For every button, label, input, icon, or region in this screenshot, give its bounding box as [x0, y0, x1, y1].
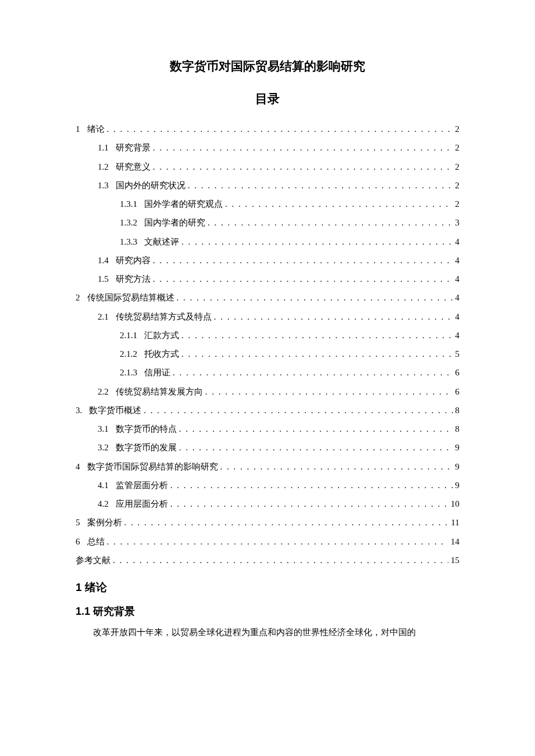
toc-entry-num: 2.1.1 [120, 331, 137, 340]
toc-entry[interactable]: 1.5研究方法4 [76, 270, 459, 288]
toc-entry[interactable]: 1.3国内外的研究状况2 [76, 176, 459, 195]
toc-entry-page: 11 [451, 513, 459, 532]
toc-entry[interactable]: 2.1.3信用证6 [76, 363, 459, 382]
toc-entry[interactable]: 3.1数字货币的特点8 [76, 420, 459, 438]
toc-entry-num: 2 [76, 293, 80, 302]
toc-entry-label: 1.1研究背景 [98, 138, 151, 157]
toc-entry[interactable]: 2传统国际贸易结算概述4 [76, 288, 459, 307]
toc-entry[interactable]: 2.2传统贸易结算发展方向6 [76, 382, 459, 401]
toc-entry-page: 9 [455, 438, 460, 457]
toc-entry-label: 1.3国内外的研究状况 [98, 176, 186, 195]
toc-leader-dots [153, 251, 453, 270]
toc-leader-dots [153, 270, 453, 288]
toc-entry[interactable]: 1.1研究背景2 [76, 138, 459, 157]
toc-entry-page: 4 [455, 270, 460, 288]
toc-entry-num: 5 [76, 518, 80, 527]
toc-entry-text: 研究内容 [116, 256, 151, 265]
toc-entry-label: 3.数字货币概述 [76, 401, 141, 420]
toc-entry-label: 3.1数字货币的特点 [98, 420, 177, 438]
toc-leader-dots [181, 345, 453, 363]
toc-entry-label: 1.3.3文献述评 [120, 232, 179, 251]
toc-entry-text: 绪论 [87, 124, 105, 134]
toc-entry[interactable]: 6总结14 [76, 532, 459, 551]
toc-leader-dots [153, 157, 453, 176]
toc-entry-num: 1 [76, 124, 80, 134]
toc-entry-num: 2.1 [98, 312, 109, 321]
toc-entry-label: 5案例分析 [76, 513, 122, 532]
toc-entry-label: 2.1.2托收方式 [120, 345, 179, 363]
toc-entry[interactable]: 2.1.1汇款方式4 [76, 326, 459, 345]
toc-entry-num: 4.1 [98, 481, 109, 490]
toc-entry-label: 6总结 [76, 532, 105, 551]
toc-entry-num: 1.5 [98, 274, 109, 284]
toc-entry-page: 5 [455, 345, 460, 363]
toc-entry-num: 3. [76, 406, 82, 415]
toc-heading: 目录 [76, 91, 459, 107]
toc-entry-num: 1.3.3 [120, 237, 137, 246]
toc-entry[interactable]: 3.数字货币概述8 [76, 401, 459, 420]
toc-entry-num: 2.2 [98, 387, 109, 396]
toc-entry-page: 8 [455, 401, 460, 420]
toc-leader-dots [144, 401, 452, 420]
section-1-num: 1 [76, 581, 82, 593]
section-1-heading: 1 绪论 [76, 580, 459, 595]
toc-entry-label: 参考文献 [76, 551, 110, 569]
toc-entry-text: 传统贸易结算方式及特点 [116, 312, 212, 321]
section-1-1-title: 研究背景 [93, 605, 135, 617]
section-1-1-heading: 1.1 研究背景 [76, 604, 459, 618]
toc-entry-label: 4数字货币国际贸易结算的影响研究 [76, 457, 218, 476]
toc-entry[interactable]: 4.1监管层面分析9 [76, 476, 459, 495]
toc-entry-page: 6 [455, 363, 460, 382]
toc-entry-label: 1绪论 [76, 120, 105, 138]
toc-entry[interactable]: 4.2应用层面分析10 [76, 495, 459, 513]
toc-entry[interactable]: 1.3.3文献述评4 [76, 232, 459, 251]
toc-entry-page: 2 [455, 120, 460, 138]
toc-entry-page: 10 [451, 495, 459, 513]
toc-entry-text: 研究意义 [116, 162, 151, 171]
toc-entry-label: 2.1传统贸易结算方式及特点 [98, 307, 212, 326]
toc-leader-dots [170, 495, 448, 513]
toc-entry-label: 1.2研究意义 [98, 157, 151, 176]
toc-entry-label: 2.2传统贸易结算发展方向 [98, 382, 203, 401]
toc-entry-text: 研究背景 [116, 143, 151, 152]
toc-entry-label: 3.2数字货币的发展 [98, 438, 177, 457]
toc-entry-text: 传统国际贸易结算概述 [87, 293, 174, 302]
toc-entry-page: 2 [455, 138, 460, 157]
toc-entry[interactable]: 5案例分析11 [76, 513, 459, 532]
toc-entry-text: 汇款方式 [144, 331, 179, 340]
toc-entry[interactable]: 3.2数字货币的发展9 [76, 438, 459, 457]
toc-entry-text: 文献述评 [144, 237, 179, 246]
toc-leader-dots [173, 363, 453, 382]
toc-entry-page: 15 [451, 551, 459, 569]
toc-leader-dots [179, 438, 453, 457]
toc-entry-text: 数字货币国际贸易结算的影响研究 [87, 462, 218, 471]
toc-entry-text: 国内学者的研究 [144, 218, 205, 227]
toc-entry[interactable]: 1.2研究意义2 [76, 157, 459, 176]
toc-entry-page: 2 [455, 157, 460, 176]
toc-entry-label: 1.4研究内容 [98, 251, 151, 270]
toc-entry[interactable]: 2.1.2托收方式5 [76, 345, 459, 363]
toc-entry-label: 2.1.1汇款方式 [120, 326, 179, 345]
toc-entry-text: 监管层面分析 [116, 481, 168, 490]
toc-entry-page: 4 [455, 307, 460, 326]
toc-entry[interactable]: 4数字货币国际贸易结算的影响研究9 [76, 457, 459, 476]
toc-entry[interactable]: 1.3.2国内学者的研究3 [76, 213, 459, 232]
toc-entry-num: 1.3.2 [120, 218, 137, 227]
toc-entry[interactable]: 1.3.1国外学者的研究观点2 [76, 195, 459, 213]
toc-entry-label: 4.1监管层面分析 [98, 476, 168, 495]
toc-entry-page: 14 [451, 532, 459, 551]
toc-entry-page: 9 [455, 476, 460, 495]
toc-leader-dots [170, 476, 453, 495]
table-of-contents: 1绪论21.1研究背景21.2研究意义21.3国内外的研究状况21.3.1国外学… [76, 120, 459, 569]
toc-entry[interactable]: 1.4研究内容4 [76, 251, 459, 270]
toc-leader-dots [181, 326, 453, 345]
toc-entry[interactable]: 参考文献15 [76, 551, 459, 569]
toc-leader-dots [179, 420, 453, 438]
toc-entry-label: 4.2应用层面分析 [98, 495, 168, 513]
toc-leader-dots [107, 120, 453, 138]
toc-entry[interactable]: 1绪论2 [76, 120, 459, 138]
toc-entry[interactable]: 2.1传统贸易结算方式及特点4 [76, 307, 459, 326]
toc-entry-num: 4 [76, 462, 80, 471]
toc-leader-dots [113, 551, 448, 569]
toc-entry-page: 4 [455, 326, 460, 345]
